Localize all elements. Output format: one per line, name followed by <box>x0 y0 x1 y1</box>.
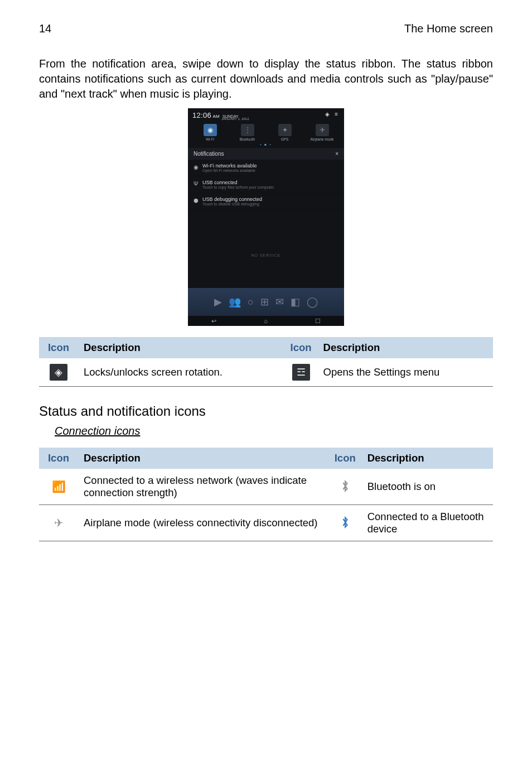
cell-description: Bluetooth is on <box>362 469 493 505</box>
cell-description: Connected to a wireless network (waves i… <box>78 469 328 505</box>
th-icon: Icon <box>39 448 78 469</box>
th-description: Description <box>318 337 493 358</box>
connection-icons-table: Icon Description Icon Description 📶 Conn… <box>39 448 493 541</box>
th-icon: Icon <box>284 337 318 358</box>
wifi-icon: ◉ <box>194 163 202 170</box>
apps-icon: ⊞ <box>260 296 269 308</box>
browser-icon: ○ <box>248 296 254 308</box>
status-time: 12:06 <box>192 111 211 119</box>
top-icons-table: Icon Description Icon Description ◈ Lock… <box>39 337 493 387</box>
th-description: Description <box>362 448 493 469</box>
table-row: ✈ Airplane mode (wireless connectivity d… <box>39 505 493 541</box>
table-row: ◈ Locks/unlocks screen rotation. ☲ Opens… <box>39 358 493 387</box>
status-ampm: AM <box>213 114 220 119</box>
settings-sliders-icon: ☲ <box>292 364 310 381</box>
play-icon: ▶ <box>214 296 222 308</box>
rotation-lock-icon: ◈ <box>50 364 67 381</box>
wifi-connected-icon: 📶 <box>51 479 66 494</box>
status-right-icons: ◈ ≡ <box>325 111 340 117</box>
dial-icon: ◯ <box>307 296 318 308</box>
camera-icon: ◧ <box>291 296 300 308</box>
cell-description: Connected to a Bluetooth device <box>362 505 493 541</box>
intro-paragraph: From the notification area, swipe down t… <box>39 56 493 102</box>
navbar: ↩ ⌂ ☐ <box>188 316 344 326</box>
usb-icon: Ψ <box>194 180 202 187</box>
no-service-label: NO SERVICE <box>188 253 344 257</box>
tile-bluetooth: ⋮Bluetooth <box>229 124 266 141</box>
cell-description: Locks/unlocks screen rotation. <box>78 358 284 387</box>
section-heading: Status and notification icons <box>39 403 493 419</box>
notifications-heading: Notifications <box>194 151 224 157</box>
cell-description: Airplane mode (wireless connectivity dis… <box>78 505 328 541</box>
tile-gps: ✦GPS <box>266 124 303 141</box>
th-icon: Icon <box>39 337 78 358</box>
th-description: Description <box>78 448 328 469</box>
th-icon: Icon <box>328 448 362 469</box>
bug-icon: ⬢ <box>194 196 202 204</box>
people-icon: 👥 <box>229 296 241 308</box>
th-description: Description <box>78 337 284 358</box>
table-row: 📶 Connected to a wireless network (waves… <box>39 469 493 505</box>
notification-row: ⬢ USB debugging connected Touch to disab… <box>188 193 344 210</box>
notification-shade-screenshot: 12:06 AM SUNDAY ◈ ≡ JANUARY 1, 2012 ◉Wi-… <box>188 108 344 326</box>
dock: ▶ 👥 ○ ⊞ ✉ ◧ ◯ <box>188 288 344 316</box>
notification-row: Ψ USB connected Touch to copy files to/f… <box>188 176 344 193</box>
mail-icon: ✉ <box>275 296 284 308</box>
tile-wifi: ◉Wi-Fi <box>191 124 229 141</box>
back-icon: ↩ <box>211 318 216 325</box>
airplane-mode-icon: ✈ <box>51 516 66 530</box>
home-icon: ⌂ <box>264 318 268 324</box>
cell-description: Opens the Settings menu <box>318 358 493 387</box>
page-number: 14 <box>39 22 51 35</box>
recents-icon: ☐ <box>315 318 321 325</box>
status-date: JANUARY 1, 2012 <box>221 117 340 121</box>
bluetooth-on-icon <box>337 479 353 493</box>
clear-notifications-icon: × <box>335 151 338 157</box>
notification-row: ◉ Wi-Fi networks available Open Wi-Fi ne… <box>188 160 344 176</box>
tile-airplane: ✈Airplane mode <box>303 124 341 141</box>
sub-heading: Connection icons <box>55 425 493 438</box>
section-title: The Home screen <box>404 22 493 35</box>
page-dots: • ■ • <box>188 142 344 148</box>
bluetooth-connected-icon <box>337 515 353 530</box>
